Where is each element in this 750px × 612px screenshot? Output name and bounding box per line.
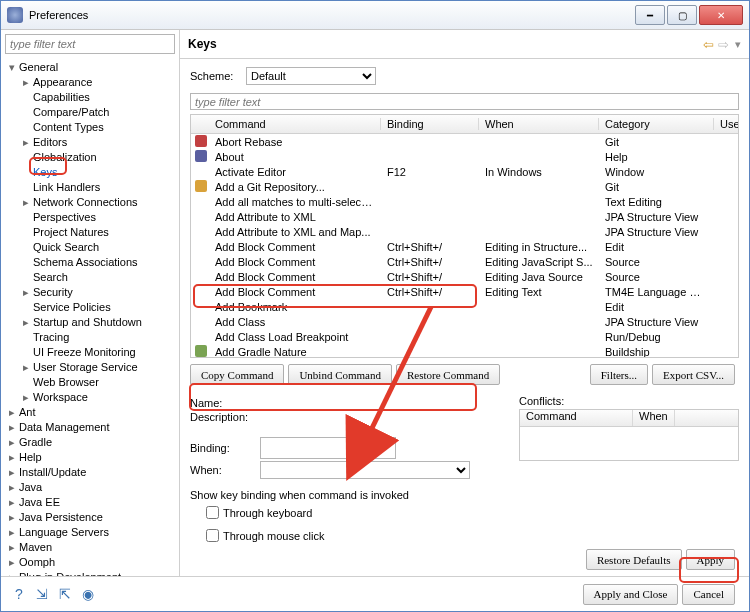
- forward-icon: ⇨: [718, 37, 729, 52]
- tree-item[interactable]: ▸Language Servers: [5, 525, 179, 540]
- conflicts-label: Conflicts:: [519, 395, 739, 407]
- tree-item[interactable]: ▸Java EE: [5, 495, 179, 510]
- tree-item[interactable]: ▸User Storage Service: [5, 360, 179, 375]
- preferences-window: Preferences ━ ▢ ✕ ▾General▸AppearanceCap…: [0, 0, 750, 612]
- tree-item[interactable]: ▸Maven: [5, 540, 179, 555]
- table-row[interactable]: Activate EditorF12In WindowsWindow: [191, 164, 738, 179]
- table-row[interactable]: Add Attribute to XMLJPA Structure View: [191, 209, 738, 224]
- page-title: Keys: [188, 37, 701, 51]
- table-row[interactable]: Abort RebaseGit: [191, 134, 738, 149]
- name-label: Name:: [190, 397, 260, 409]
- table-row[interactable]: Add Class Load BreakpointRun/Debug: [191, 329, 738, 344]
- tree-item[interactable]: Search: [5, 270, 179, 285]
- tree-item[interactable]: Link Handlers: [5, 180, 179, 195]
- col-command[interactable]: Command: [209, 118, 381, 130]
- restore-defaults-button[interactable]: Restore Defaults: [586, 549, 682, 570]
- tree-item[interactable]: ▸Gradle: [5, 435, 179, 450]
- col-binding[interactable]: Binding: [381, 118, 479, 130]
- help-icon[interactable]: ?: [11, 586, 27, 602]
- tree-item[interactable]: ▸Appearance: [5, 75, 179, 90]
- titlebar[interactable]: Preferences ━ ▢ ✕: [1, 1, 749, 30]
- apply-and-close-button[interactable]: Apply and Close: [583, 584, 679, 605]
- scheme-select[interactable]: Default: [246, 67, 376, 85]
- tree-item[interactable]: Compare/Patch: [5, 105, 179, 120]
- copy-command-button[interactable]: Copy Command: [190, 364, 284, 385]
- table-row[interactable]: Add all matches to multi-selectionText E…: [191, 194, 738, 209]
- tree-item[interactable]: Web Browser: [5, 375, 179, 390]
- col-user[interactable]: User: [714, 118, 739, 130]
- table-row[interactable]: Add Block CommentCtrl+Shift+/Editing Jav…: [191, 254, 738, 269]
- table-row[interactable]: Add Attribute to XML and Map...JPA Struc…: [191, 224, 738, 239]
- unbind-command-button[interactable]: Unbind Command: [288, 364, 392, 385]
- when-label: When:: [190, 464, 260, 476]
- through-mouse-checkbox[interactable]: Through mouse click: [202, 526, 739, 545]
- command-filter-input[interactable]: [190, 93, 739, 110]
- tree-item[interactable]: Project Natures: [5, 225, 179, 240]
- description-label: Description:: [190, 411, 260, 423]
- nav-filter-input[interactable]: [5, 34, 175, 54]
- tree-item[interactable]: ▸Network Connections: [5, 195, 179, 210]
- when-select[interactable]: [260, 461, 470, 479]
- col-category[interactable]: Category: [599, 118, 714, 130]
- tree-item[interactable]: ▸Help: [5, 450, 179, 465]
- import-icon[interactable]: ⇲: [34, 586, 50, 602]
- table-row[interactable]: AboutHelp: [191, 149, 738, 164]
- table-row[interactable]: Add Block CommentCtrl+Shift+/Editing Tex…: [191, 284, 738, 299]
- tree-item[interactable]: ▸Security: [5, 285, 179, 300]
- filters-button[interactable]: Filters...: [590, 364, 648, 385]
- through-keyboard-checkbox[interactable]: Through keyboard: [202, 503, 739, 522]
- cancel-button[interactable]: Cancel: [682, 584, 735, 605]
- tree-item[interactable]: Perspectives: [5, 210, 179, 225]
- tree-item[interactable]: Tracing: [5, 330, 179, 345]
- tree-item[interactable]: UI Freeze Monitoring: [5, 345, 179, 360]
- scheme-label: Scheme:: [190, 70, 246, 82]
- bottom-bar: ? ⇲ ⇱ ◉ Apply and Close Cancel: [1, 576, 749, 611]
- close-button[interactable]: ✕: [699, 5, 743, 25]
- window-title: Preferences: [29, 9, 633, 21]
- tree-item[interactable]: ▸Startup and Shutdown: [5, 315, 179, 330]
- tree-item[interactable]: ▾General: [5, 60, 179, 75]
- table-row[interactable]: Add ClassJPA Structure View: [191, 314, 738, 329]
- app-icon: [7, 7, 23, 23]
- table-row[interactable]: Add a Git Repository...Git: [191, 179, 738, 194]
- show-binding-label: Show key binding when command is invoked: [190, 489, 739, 501]
- tree-item[interactable]: Quick Search: [5, 240, 179, 255]
- tree-item[interactable]: ▸Install/Update: [5, 465, 179, 480]
- conflicts-col-when: When: [633, 410, 675, 426]
- page-panel: Keys ⇦ ⇨ ▾ Scheme: Default Command: [180, 30, 749, 576]
- nav-panel: ▾General▸AppearanceCapabilitiesCompare/P…: [1, 30, 180, 576]
- tree-item[interactable]: Keys: [5, 165, 179, 180]
- tree-item[interactable]: ▸Data Management: [5, 420, 179, 435]
- maximize-button[interactable]: ▢: [667, 5, 697, 25]
- menu-icon[interactable]: ▾: [735, 38, 741, 51]
- tree-item[interactable]: ▸Java: [5, 480, 179, 495]
- table-row[interactable]: Add BookmarkEdit: [191, 299, 738, 314]
- conflicts-col-command: Command: [520, 410, 633, 426]
- binding-input[interactable]: [260, 437, 396, 459]
- tree-item[interactable]: Globalization: [5, 150, 179, 165]
- tree-item[interactable]: Schema Associations: [5, 255, 179, 270]
- restore-command-button[interactable]: Restore Command: [396, 364, 500, 385]
- minimize-button[interactable]: ━: [635, 5, 665, 25]
- nav-tree[interactable]: ▾General▸AppearanceCapabilitiesCompare/P…: [1, 58, 179, 576]
- table-row[interactable]: Add Block CommentCtrl+Shift+/Editing in …: [191, 239, 738, 254]
- tree-item[interactable]: ▸Editors: [5, 135, 179, 150]
- export-csv-button[interactable]: Export CSV...: [652, 364, 735, 385]
- back-icon[interactable]: ⇦: [703, 37, 714, 52]
- tree-item[interactable]: Service Policies: [5, 300, 179, 315]
- export-icon[interactable]: ⇱: [57, 586, 73, 602]
- tree-item[interactable]: ▸Workspace: [5, 390, 179, 405]
- binding-label: Binding:: [190, 442, 260, 454]
- tree-item[interactable]: ▸Ant: [5, 405, 179, 420]
- tree-item[interactable]: ▸Oomph: [5, 555, 179, 570]
- conflicts-table: Command When: [519, 409, 739, 461]
- tree-item[interactable]: Capabilities: [5, 90, 179, 105]
- table-row[interactable]: Add Block CommentCtrl+Shift+/Editing Jav…: [191, 269, 738, 284]
- apply-button[interactable]: Apply: [686, 549, 736, 570]
- oomph-icon[interactable]: ◉: [80, 586, 96, 602]
- commands-table[interactable]: Command Binding When Category User Abort…: [190, 114, 739, 358]
- tree-item[interactable]: ▸Java Persistence: [5, 510, 179, 525]
- table-row[interactable]: Add Gradle NatureBuildship: [191, 344, 738, 357]
- col-when[interactable]: When: [479, 118, 599, 130]
- tree-item[interactable]: Content Types: [5, 120, 179, 135]
